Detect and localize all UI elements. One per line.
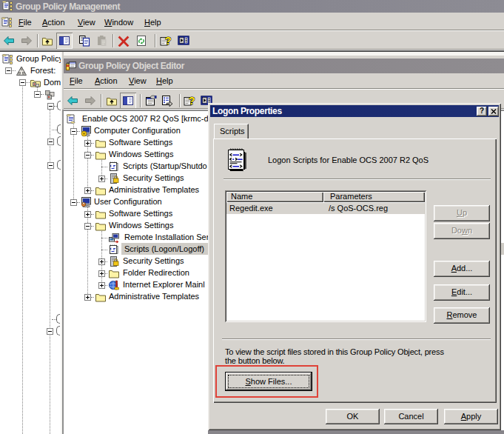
svg-text:?: ? [189, 95, 195, 107]
svg-text:?: ? [165, 35, 172, 47]
